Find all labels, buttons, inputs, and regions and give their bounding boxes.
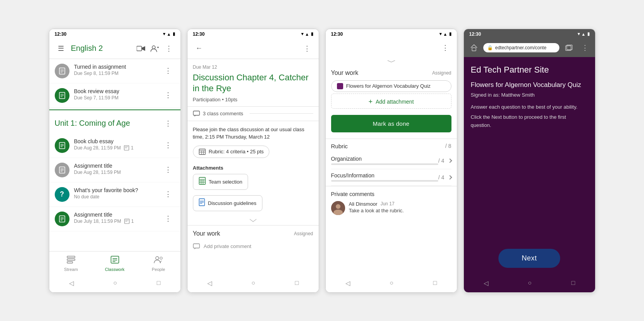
discussion-guidelines-attach[interactable]: Discussion guidelines [193,195,262,211]
comments-row[interactable]: 3 class comments [187,106,319,121]
wifi-icon: ▾ [163,31,165,36]
browser-more-icon[interactable]: ⋮ [578,41,592,55]
item-subtitle: Due Aug 28, 11:59 PM 1 [74,145,161,151]
rubric-chip[interactable]: Rubric: 4 criteria • 25 pts [193,146,270,158]
your-work-title: Your work [193,230,220,237]
list-item[interactable]: Turned in assignment Due Sep 8, 11:59 PM… [49,59,181,83]
svg-point-38 [156,257,159,260]
svg-rect-33 [67,262,73,263]
address-bar[interactable]: 🔒 edtechpartner.com/conte [483,43,559,52]
back-icon[interactable]: ← [192,42,206,56]
address-text: edtechpartner.com/conte [495,45,547,50]
nav-people-label: People [152,267,165,272]
item-icon [55,138,69,153]
nav-classwork[interactable]: Classwork [93,254,137,273]
list-item[interactable]: Assignment title Due Aug 28, 11:59 PM ⋮ [49,158,181,182]
signal-icon: ▲ [305,32,309,36]
screen1-time: 12:30 [55,31,67,37]
back-btn[interactable]: ◁ [341,278,355,288]
wifi-icon: ▾ [439,31,442,36]
signal-icon: ▲ [443,32,448,36]
nav-stream[interactable]: Stream [49,254,93,273]
more-vert-icon[interactable]: ⋮ [300,42,314,56]
attach1-label: Team selection [209,179,243,185]
wifi-icon: ▾ [301,31,304,36]
nav-people[interactable]: People [137,254,181,273]
mark-done-button[interactable]: Mark as done [331,115,451,132]
quiz-title: Flowers for Algernon Vocabulary Quiz [471,81,588,89]
team-selection-attach[interactable]: Team selection [193,174,248,190]
battery-icon: ▮ [587,31,590,36]
list-item[interactable]: ? What's your favorite book? No due date… [49,182,181,207]
item-subtitle: Due Sep 8, 11:59 PM [74,71,161,76]
back-btn[interactable]: ◁ [479,278,493,288]
item-title: Book club essay [74,138,161,144]
screen4-time: 12:30 [469,31,481,37]
screen4-status-bar: 12:30 ▾ ▲ ▮ [464,29,595,38]
add-comment-row[interactable]: Add private comment [187,240,319,253]
item-more-icon[interactable]: ⋮ [161,187,175,201]
item-subtitle: Due July 18, 11:59 PM 1 [74,219,161,224]
item-more-icon[interactable]: ⋮ [161,64,175,78]
home-btn[interactable]: ○ [385,278,398,288]
rubric-row-score: / 4 [438,158,451,164]
recents-btn[interactable]: □ [290,278,304,288]
add-attachment-row[interactable]: + Add attachment [331,94,451,109]
browser-content: Ed Tech Partner Site Flowers for Algerno… [464,57,595,244]
section-header: Unit 1: Coming of Age ⋮ [49,109,181,134]
item-more-icon[interactable]: ⋮ [161,212,175,226]
people-icon [153,255,163,266]
back-btn[interactable]: ◁ [64,278,78,288]
stream-icon [66,255,76,266]
home-btn[interactable]: ○ [109,278,122,288]
more-vert-icon[interactable]: ⋮ [162,42,176,56]
more-vert-icon[interactable]: ⋮ [438,41,452,55]
battery-icon: ▮ [449,31,451,36]
menu-icon[interactable]: ☰ [54,42,68,56]
person-add-icon[interactable] [148,42,162,56]
svg-rect-56 [193,244,200,248]
comment-date: Jun 17 [380,201,394,206]
recents-btn[interactable]: □ [567,278,580,288]
recents-btn[interactable]: □ [152,278,165,288]
rubric-row[interactable]: Organization / 4 [331,153,451,169]
your-work-bar: Your work Assigned [187,225,319,240]
item-title: Turned in assignment [74,64,161,70]
list-item[interactable]: Assignment title Due July 18, 11:59 PM 1… [49,207,181,231]
site-title: Ed Tech Partner Site [471,65,588,75]
item-more-icon[interactable]: ⋮ [161,163,175,177]
browser-home-icon[interactable] [467,41,481,55]
rubric-row-title: Organization [331,156,438,162]
rubric-row[interactable]: Focus/Information / 4 [331,169,451,186]
screen4-status-icons: ▾ ▲ ▮ [578,31,590,36]
browser-bar: 🔒 edtechpartner.com/conte ⋮ [464,38,595,57]
list-item[interactable]: Book club essay Due Aug 28, 11:59 PM 1 ⋮ [49,134,181,158]
comment-content: Ali Dinsmoor Jun 17 Take a look at the r… [349,201,404,213]
back-btn[interactable]: ◁ [203,278,217,288]
svg-rect-60 [472,48,476,51]
quiz-chip[interactable]: Flowers for Algernon Vocabulary Quiz [331,80,451,92]
private-comments-section: Private comments Ali Dinsmoor Jun 17 Tak… [326,186,457,215]
video-icon[interactable] [134,42,148,56]
item-more-icon[interactable]: ⋮ [161,88,175,102]
home-btn[interactable]: ○ [523,278,536,288]
description-text: Please join the class discussion at our … [187,121,319,146]
screen2-status-icons: ▾ ▲ ▮ [301,31,313,36]
system-nav-bar: ◁ ○ □ [187,275,319,292]
recents-btn[interactable]: □ [429,278,442,288]
rubric-total-score: / 8 [445,143,451,149]
item-text: Book review essay Due Sep 7, 11:59 PM [74,88,161,101]
home-btn[interactable]: ○ [247,278,260,288]
section-more-icon[interactable]: ⋮ [161,116,175,130]
next-button[interactable]: Next [498,249,560,268]
rubric-bar [331,163,438,165]
tabs-icon[interactable] [562,41,576,55]
item-icon [55,212,69,226]
screen2-content: Due Mar 12 Discussion Chapter 4, Catcher… [187,59,319,275]
list-item[interactable]: Book review essay Due Sep 7, 11:59 PM ⋮ [49,83,181,108]
battery-icon: ▮ [311,31,313,36]
rubric-row-content: Organization [331,156,438,166]
item-more-icon[interactable]: ⋮ [161,138,175,152]
sheets-icon [199,177,206,187]
wifi-icon: ▾ [578,31,580,36]
